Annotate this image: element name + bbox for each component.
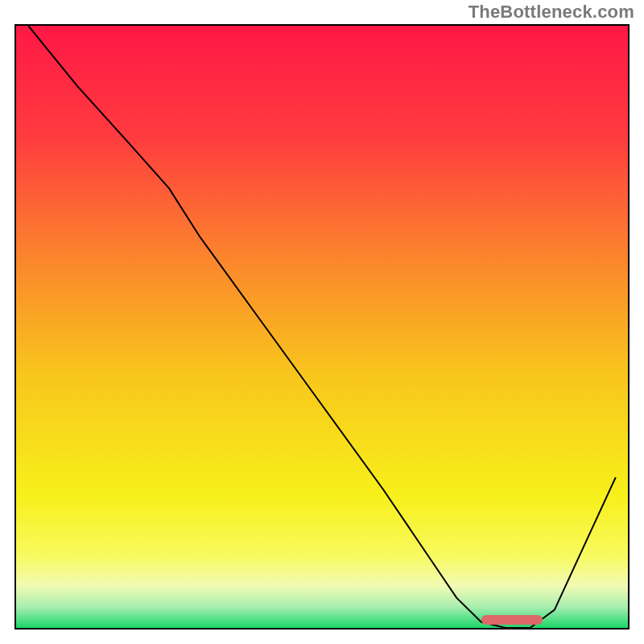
chart-stage: TheBottleneck.com [0,0,644,644]
watermark-text: TheBottleneck.com [469,2,634,23]
bottleneck-curve [28,26,616,628]
curve-layer [16,26,628,628]
plot-frame [14,24,630,630]
optimal-range-marker [481,615,543,625]
